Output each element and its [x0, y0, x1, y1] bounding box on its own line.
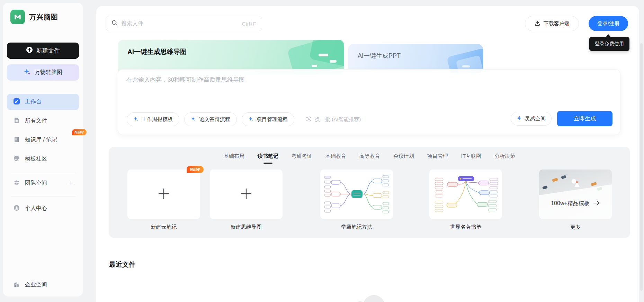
app-window: 万兴脑图 新建文件 万物转脑图 工作台 所有文件 — [0, 0, 644, 302]
app-title: 万兴脑图 — [29, 12, 58, 22]
tab-project-management[interactable]: 项目管理 — [427, 153, 448, 162]
search-shortcut-hint: Ctrl+F — [242, 21, 256, 27]
card-label: 更多 — [539, 224, 612, 230]
app-logo: 万兴脑图 — [10, 10, 58, 24]
template-chips-row: 工作周报模板 论文答辩流程 项目管理流程 — [127, 112, 361, 126]
ai-ppt-banner-tab[interactable]: AI一键生成PPT — [348, 44, 483, 73]
sidebar-divider — [11, 196, 75, 196]
recent-files-title: 最近文件 — [109, 260, 135, 269]
sidebar-item-label: 所有文件 — [25, 117, 47, 125]
sidebar-item-all-files[interactable]: 所有文件 — [7, 113, 79, 129]
chip-label: 项目管理流程 — [257, 116, 288, 123]
login-tooltip: 登录免费使用 — [589, 37, 629, 51]
brand-watermark-icon — [569, 177, 582, 191]
card-new-mindmap[interactable]: 新建思维导图 — [210, 170, 283, 230]
notebook-icon — [13, 136, 20, 144]
chip-weekly-report[interactable]: 工作周报模板 — [127, 112, 179, 126]
ai-topic-input[interactable] — [126, 76, 390, 109]
sidebar-item-label: 团队空间 — [25, 180, 47, 187]
new-cloud-note-thumb[interactable]: NEW — [127, 170, 200, 219]
ai-convert-label: 万物转脑图 — [35, 69, 62, 76]
login-register-label: 登录/注册 — [597, 20, 619, 27]
thumb-decoration — [552, 178, 558, 182]
sidebar-item-ai-convert[interactable]: 万物转脑图 — [7, 64, 79, 81]
sidebar-item-workbench[interactable]: 工作台 — [7, 94, 79, 110]
new-file-label: 新建文件 — [36, 47, 60, 55]
sparkle-icon — [191, 116, 196, 123]
chip-label: 工作周报模板 — [142, 116, 173, 123]
inspiration-space-button[interactable]: 灵感空间 — [511, 112, 552, 126]
building-icon — [13, 281, 20, 289]
generator-actions: 灵感空间 立即生成 — [511, 111, 612, 126]
template-gallery-section: 基础布局 读书笔记 考研考证 基础教育 高等教育 会议计划 项目管理 IT互联网… — [109, 147, 630, 238]
empty-state-cloud-illustration — [339, 292, 408, 302]
chip-project-management[interactable]: 项目管理流程 — [242, 112, 294, 126]
tab-it-internet[interactable]: IT互联网 — [461, 153, 481, 162]
card-new-cloud-note[interactable]: NEW 新建云笔记 — [127, 170, 200, 230]
shuffle-icon — [305, 116, 312, 123]
login-register-button[interactable]: 登录/注册 — [589, 16, 628, 31]
tab-meeting-plan[interactable]: 会议计划 — [393, 153, 414, 162]
sidebar-item-template-community[interactable]: 模板社区 — [7, 151, 79, 167]
sidebar-item-knowledge-notes[interactable]: 知识库 / 笔记 NEW — [7, 132, 79, 148]
sidebar-item-label: 模板社区 — [25, 155, 47, 163]
mindmap-thumbnail-image — [324, 173, 390, 216]
card-label: 学霸笔记方法 — [320, 224, 393, 230]
arrow-right-icon — [593, 201, 600, 207]
sidebar-item-label: 知识库 / 笔记 — [25, 136, 57, 144]
ai-generator-panel: 工作周报模板 论文答辩流程 项目管理流程 — [118, 69, 620, 135]
banner-decoration — [319, 54, 328, 56]
shuffle-suggestions-button[interactable]: 换一批 (AI智能推荐) — [305, 116, 361, 123]
workbench-icon — [13, 98, 20, 106]
card-world-classics-template[interactable]: 世界名著书单 — [429, 170, 502, 230]
more-templates-text: 100w+精品模板 — [539, 200, 612, 207]
search-icon — [111, 20, 118, 27]
new-file-button[interactable]: 新建文件 — [7, 43, 79, 59]
thumb-decoration — [591, 182, 597, 186]
download-icon — [534, 20, 540, 27]
tab-basic-layout[interactable]: 基础布局 — [224, 153, 244, 162]
search-box[interactable]: Ctrl+F — [106, 16, 262, 31]
new-badge: NEW — [187, 166, 204, 173]
tab-reading-notes[interactable]: 读书笔记 — [258, 153, 278, 162]
download-client-button[interactable]: 下载客户端 — [525, 16, 579, 31]
chip-thesis-defense[interactable]: 论文答辩流程 — [184, 112, 237, 126]
generate-now-button[interactable]: 立即生成 — [557, 111, 612, 126]
more-templates-thumbnail[interactable]: 100w+精品模板 — [539, 170, 612, 219]
template-category-tabs: 基础布局 读书笔记 考研考证 基础教育 高等教育 会议计划 项目管理 IT互联网… — [109, 153, 630, 162]
ai-ppt-banner-title: AI一键生成PPT — [358, 52, 401, 60]
thumb-decoration — [561, 175, 566, 179]
download-client-label: 下载客户端 — [544, 20, 570, 27]
tab-basic-education[interactable]: 基础教育 — [325, 153, 346, 162]
sidebar-item-enterprise-space[interactable]: 企业空间 — [7, 277, 79, 293]
shuffle-label: 换一批 (AI智能推荐) — [315, 116, 361, 123]
sparkle-icon — [24, 68, 31, 77]
sidebar: 万兴脑图 新建文件 万物转脑图 工作台 所有文件 — [3, 3, 83, 296]
sidebar-item-personal-center[interactable]: 个人中心 — [7, 200, 79, 217]
file-icon — [13, 117, 20, 125]
add-team-space-button[interactable] — [68, 180, 74, 187]
user-icon — [13, 204, 20, 213]
tab-exam-prep[interactable]: 考研考证 — [292, 153, 312, 162]
plus-circle-icon — [26, 46, 33, 55]
sidebar-divider — [11, 172, 75, 172]
tab-higher-education[interactable]: 高等教育 — [359, 153, 380, 162]
world-classics-thumbnail[interactable] — [429, 170, 502, 219]
new-mindmap-thumb[interactable] — [210, 170, 283, 219]
sparkle-icon — [133, 116, 139, 123]
study-notes-thumbnail[interactable] — [320, 170, 393, 219]
mindmap-thumbnail-image — [433, 173, 499, 216]
thumb-decoration — [542, 185, 548, 190]
sparkle-icon — [248, 116, 254, 123]
card-more-templates[interactable]: 100w+精品模板 更多 — [539, 170, 612, 230]
card-label: 新建云笔记 — [127, 224, 200, 230]
brand-logo-icon — [10, 10, 25, 24]
sidebar-item-team-space[interactable]: 团队空间 — [7, 175, 79, 191]
community-icon — [13, 155, 20, 163]
card-study-notes-template[interactable]: 学霸笔记方法 — [320, 170, 393, 230]
tab-analysis-decision[interactable]: 分析决策 — [494, 153, 515, 162]
search-input[interactable] — [121, 20, 239, 27]
more-templates-label: 100w+精品模板 — [551, 200, 590, 207]
vertical-scrollbar[interactable] — [640, 43, 643, 291]
card-label: 新建思维导图 — [210, 224, 283, 230]
